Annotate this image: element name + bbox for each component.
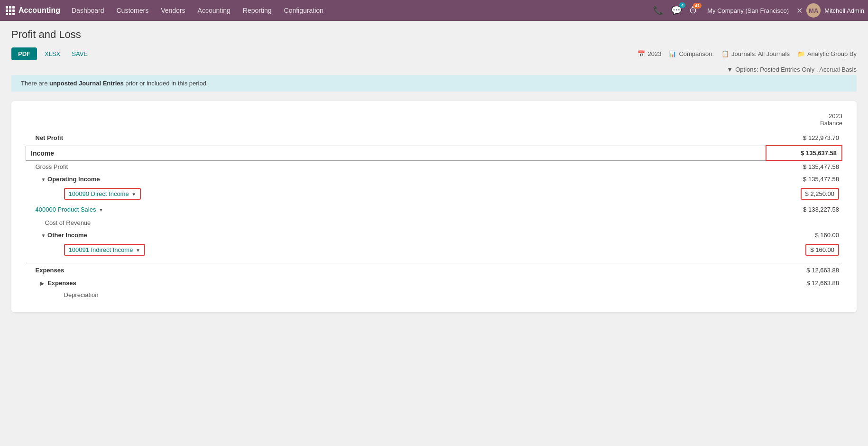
- calendar-icon: 📅: [637, 50, 645, 57]
- clock-badge: 41: [693, 3, 702, 9]
- operating-income-value: $ 135,477.58: [766, 173, 842, 186]
- depreciation-row: Depreciation: [26, 289, 842, 301]
- nav-configuration[interactable]: Configuration: [278, 5, 329, 16]
- other-income-value: $ 160.00: [766, 229, 842, 242]
- depreciation-label: Depreciation: [64, 291, 99, 298]
- operating-income-chevron[interactable]: ▼: [41, 177, 46, 182]
- indirect-income-value: $ 160.00: [805, 244, 839, 256]
- cost-of-revenue-row: Cost of Revenue: [26, 217, 842, 229]
- net-profit-label: Net Profit: [26, 130, 766, 146]
- year-filter[interactable]: 📅 2023: [637, 50, 661, 57]
- expenses-top-value: $ 12,663.88: [766, 263, 842, 278]
- other-income-label-text: Other Income: [47, 232, 87, 239]
- direct-income-value: $ 2,250.00: [801, 188, 839, 200]
- info-banner: There are unposted Journal Entries prior…: [11, 75, 857, 92]
- clock-button[interactable]: ⏱ 41: [687, 4, 700, 18]
- toolbar-options-row: ▼ Options: Posted Entries Only , Accrual…: [11, 66, 857, 73]
- indirect-income-button[interactable]: 100091 Indirect Income ▼: [64, 244, 145, 256]
- app-name: Accounting: [18, 6, 60, 15]
- direct-income-row: 100090 Direct Income ▼ $ 2,250.00: [26, 186, 842, 202]
- page-content: Profit and Loss PDF XLSX SAVE 📅 2023 📊 C…: [0, 21, 868, 446]
- income-section-row: Income $ 135,637.58: [26, 146, 842, 160]
- phone-icon: 📞: [653, 6, 664, 15]
- net-profit-value: $ 122,973.70: [766, 130, 842, 146]
- cost-of-revenue-label: Cost of Revenue: [45, 219, 91, 226]
- income-section-label: Income: [31, 149, 54, 157]
- product-sales-chevron: ▼: [99, 207, 103, 213]
- nav-accounting[interactable]: Accounting: [192, 5, 236, 16]
- indirect-income-value-cell: $ 160.00: [766, 242, 842, 258]
- operating-income-row: ▼ Operating Income $ 135,477.58: [26, 173, 842, 186]
- nav-vendors[interactable]: Vendors: [155, 5, 191, 16]
- income-section-value: $ 135,637.58: [766, 146, 842, 160]
- analytic-label: Analytic Group By: [807, 50, 857, 57]
- report-card: 2023 Balance Net Profit $ 122,973.70 Inc…: [11, 101, 857, 312]
- phone-button[interactable]: 📞: [651, 3, 665, 18]
- nav-customers[interactable]: Customers: [111, 5, 155, 16]
- indirect-income-chevron: ▼: [136, 248, 140, 253]
- banner-text-before: There are: [21, 80, 49, 87]
- direct-income-label: 100090 Direct Income: [69, 190, 129, 197]
- other-income-row: ▼ Other Income $ 160.00: [26, 229, 842, 242]
- grid-icon: [6, 6, 15, 15]
- username: Mitchell Admin: [824, 7, 864, 14]
- comparison-label: Comparison:: [679, 50, 714, 57]
- company-name: My Company (San Francisco): [703, 7, 793, 14]
- cost-of-revenue-value: [766, 217, 842, 229]
- analytic-icon: 📁: [797, 50, 805, 57]
- expenses-sub-chevron[interactable]: ▶: [40, 281, 44, 286]
- expenses-sub-row: ▶ Expenses $ 12,663.88: [26, 277, 842, 289]
- options-filter[interactable]: ▼ Options: Posted Entries Only , Accrual…: [727, 66, 857, 73]
- comparison-filter[interactable]: 📊 Comparison:: [669, 50, 714, 57]
- direct-income-chevron: ▼: [131, 192, 136, 197]
- wrench-icon[interactable]: ✕: [796, 6, 803, 15]
- expenses-sub-value: $ 12,663.88: [766, 277, 842, 289]
- pdf-button[interactable]: PDF: [11, 47, 37, 60]
- indirect-income-row: 100091 Indirect Income ▼ $ 160.00: [26, 242, 842, 258]
- net-profit-row: Net Profit $ 122,973.70: [26, 130, 842, 146]
- product-sales-label: 400000 Product Sales: [36, 206, 96, 213]
- app-logo[interactable]: Accounting: [4, 6, 66, 15]
- xlsx-button[interactable]: XLSX: [41, 47, 64, 60]
- journals-label: Journals: All Journals: [731, 50, 790, 57]
- direct-income-value-cell: $ 2,250.00: [766, 186, 842, 202]
- toolbar-filters: 📅 2023 📊 Comparison: 📋 Journals: All Jou…: [637, 50, 857, 57]
- avatar[interactable]: MA: [806, 3, 821, 18]
- banner-text-after: prior or included in this period: [124, 80, 206, 87]
- filter-icon: ▼: [727, 66, 733, 73]
- report-column-header: 2023 Balance: [26, 112, 842, 127]
- year-column: 2023 Balance: [766, 112, 842, 127]
- top-navigation: Accounting Dashboard Customers Vendors A…: [0, 0, 868, 21]
- banner-text-bold: unposted Journal Entries: [49, 80, 124, 87]
- expenses-top-label: Expenses: [36, 267, 65, 274]
- main-menu: Dashboard Customers Vendors Accounting R…: [66, 5, 651, 16]
- nav-dashboard[interactable]: Dashboard: [66, 5, 110, 16]
- product-sales-row: 400000 Product Sales ▼ $ 133,227.58: [26, 202, 842, 217]
- toolbar: PDF XLSX SAVE 📅 2023 📊 Comparison: 📋 Jou…: [11, 47, 857, 60]
- chat-button[interactable]: 💬 4: [669, 3, 683, 18]
- other-income-chevron[interactable]: ▼: [41, 233, 46, 238]
- gross-profit-row: Gross Profit $ 135,477.58: [26, 160, 842, 173]
- journal-icon: 📋: [721, 50, 729, 57]
- product-sales-link[interactable]: 400000 Product Sales ▼: [36, 204, 103, 214]
- expenses-top-row: Expenses $ 12,663.88: [26, 263, 842, 278]
- direct-income-button[interactable]: 100090 Direct Income ▼: [64, 188, 141, 200]
- depreciation-value: [766, 289, 842, 301]
- save-button[interactable]: SAVE: [68, 47, 92, 60]
- report-table: Net Profit $ 122,973.70 Income $ 135,637…: [26, 130, 842, 301]
- journals-filter[interactable]: 📋 Journals: All Journals: [721, 50, 790, 57]
- operating-income-label: Operating Income: [47, 176, 100, 183]
- year-label: 2023: [647, 50, 661, 57]
- analytic-filter[interactable]: 📁 Analytic Group By: [797, 50, 857, 57]
- topnav-right: 📞 💬 4 ⏱ 41 My Company (San Francisco) ✕ …: [651, 3, 864, 18]
- product-sales-value: $ 133,227.58: [766, 202, 842, 217]
- gross-profit-label: Gross Profit: [36, 163, 68, 170]
- options-label: Options: Posted Entries Only , Accrual B…: [735, 66, 857, 73]
- nav-reporting[interactable]: Reporting: [237, 5, 277, 16]
- expenses-sub-label-text: Expenses: [47, 279, 76, 287]
- indirect-income-label: 100091 Indirect Income: [69, 246, 133, 253]
- spacer-row: [26, 258, 842, 263]
- balance-column-label: Balance: [766, 120, 842, 127]
- chart-icon: 📊: [669, 50, 676, 57]
- chat-badge: 4: [679, 2, 685, 8]
